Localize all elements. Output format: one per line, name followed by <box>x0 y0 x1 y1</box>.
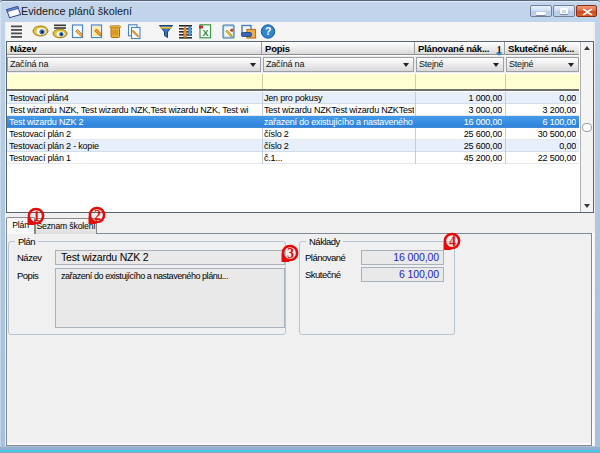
svg-text:1: 1 <box>33 209 40 224</box>
svg-text:3: 3 <box>287 246 294 261</box>
svg-text:4: 4 <box>449 234 456 249</box>
svg-text:2: 2 <box>94 208 101 223</box>
svg-text:?: ? <box>265 25 271 37</box>
svg-text:X: X <box>203 28 209 38</box>
